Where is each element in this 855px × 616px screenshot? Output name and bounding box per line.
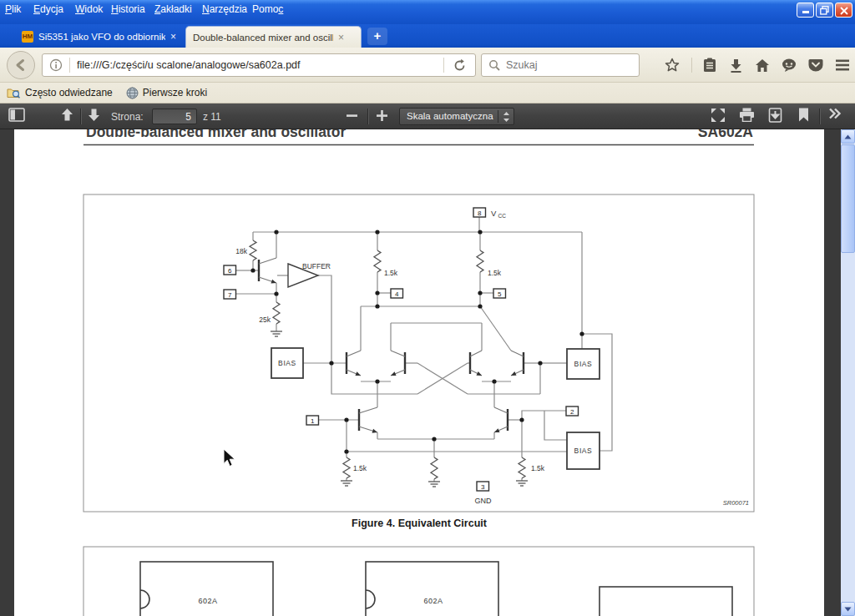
- fullscreen-icon: [711, 108, 726, 123]
- tab-strip: HM Si5351 jako VFO do odbiornik... × Dou…: [0, 24, 855, 48]
- menu-zakladki[interactable]: Zakładki: [154, 3, 192, 15]
- close-button[interactable]: [835, 3, 852, 18]
- print-button[interactable]: [739, 108, 755, 122]
- presentation-mode-button[interactable]: [711, 108, 726, 123]
- search-input[interactable]: [506, 59, 615, 71]
- page-number-input[interactable]: [152, 109, 197, 124]
- tab-sa602a-active[interactable]: Double-balanced mixer and oscillat... ×: [185, 26, 362, 48]
- svg-text:BIAS: BIAS: [574, 447, 593, 455]
- tab-close-icon[interactable]: ×: [170, 31, 176, 43]
- figure-watermark: SR00071: [723, 499, 749, 507]
- pdf-viewer-content[interactable]: Double-balanced mixer and oscillator SA6…: [0, 129, 855, 616]
- ic-label: 602A: [198, 597, 217, 605]
- info-icon[interactable]: [49, 58, 63, 72]
- pdf-page-canvas: Double-balanced mixer and oscillator SA6…: [0, 129, 855, 616]
- hello-chat-icon[interactable]: [782, 58, 797, 73]
- vertical-scrollbar[interactable]: [841, 129, 855, 616]
- scroll-down-button[interactable]: [841, 602, 855, 616]
- page-label: Strona:: [111, 111, 144, 123]
- svg-text:CC: CC: [498, 213, 507, 219]
- page-total: z 11: [203, 111, 221, 123]
- restore-icon: [820, 6, 829, 15]
- r15k-label: 1.5k: [531, 464, 545, 472]
- downloads-icon[interactable]: [728, 58, 743, 73]
- close-icon: [840, 7, 848, 15]
- menu-narzedzia[interactable]: Narzędzia: [202, 3, 247, 15]
- svg-text:1: 1: [311, 417, 315, 425]
- ribbon-icon: [798, 108, 809, 122]
- url-input[interactable]: [70, 59, 443, 71]
- url-divider: [443, 58, 444, 73]
- svg-text:2: 2: [570, 408, 574, 416]
- scroll-down-icon: [844, 607, 852, 612]
- svg-text:BIAS: BIAS: [574, 360, 593, 368]
- menu-hamburger-icon[interactable]: [835, 58, 850, 73]
- previous-page-button[interactable]: [60, 108, 74, 122]
- tab-favicon: HM: [22, 31, 33, 43]
- figure5-frame: [83, 547, 754, 616]
- titlebar: Plik Edycja Widok Historia Zakładki Narz…: [0, 0, 855, 24]
- select-arrows-icon: [503, 111, 510, 128]
- pocket-icon[interactable]: [808, 58, 823, 73]
- download-button[interactable]: [768, 108, 782, 123]
- minimize-button[interactable]: [797, 3, 814, 18]
- svg-text:4: 4: [395, 290, 399, 298]
- minimize-icon: [802, 11, 809, 13]
- svg-text:5: 5: [498, 290, 502, 298]
- scroll-up-icon: [844, 134, 852, 139]
- scroll-up-button[interactable]: [841, 129, 855, 144]
- r15k-label: 1.5k: [488, 269, 502, 277]
- bookmark-getting-started[interactable]: Pierwsze kroki: [126, 87, 207, 99]
- chevron-double-right-icon: [828, 108, 842, 119]
- ic-label: 602A: [423, 597, 443, 605]
- printer-icon: [739, 108, 755, 122]
- menu-edycja[interactable]: Edycja: [33, 3, 63, 15]
- download-icon: [768, 108, 782, 123]
- gnd-label: GND: [475, 497, 493, 505]
- zoom-in-button[interactable]: [376, 109, 388, 122]
- globe-icon: [126, 87, 139, 99]
- menu-widok[interactable]: Widok: [75, 3, 103, 15]
- doc-header-part: SA602A: [698, 129, 754, 140]
- menu-pomoc[interactable]: Pomoc: [252, 3, 283, 15]
- bookmarks-bar: Często odwiedzane Pierwsze kroki: [0, 83, 855, 104]
- zoom-out-button[interactable]: [346, 109, 358, 122]
- back-button[interactable]: [7, 51, 35, 79]
- menu-plik[interactable]: Plik: [5, 3, 21, 15]
- reading-list-icon[interactable]: [691, 58, 716, 73]
- folder-search-icon: [7, 87, 21, 98]
- browser-window: Plik Edycja Widok Historia Zakładki Narz…: [0, 0, 855, 616]
- doc-header-title: Double-balanced mixer and oscillator: [86, 129, 346, 140]
- r15k-label: 1.5k: [384, 269, 398, 277]
- figure4-caption: Figure 4. Equivalent Circuit: [352, 518, 488, 529]
- restore-button[interactable]: [816, 3, 833, 18]
- menu-historia[interactable]: Historia: [111, 3, 145, 15]
- toolbar-more-button[interactable]: [828, 108, 842, 119]
- search-bar[interactable]: [481, 53, 640, 77]
- tab-close-icon[interactable]: ×: [338, 32, 344, 43]
- home-icon[interactable]: [755, 58, 770, 73]
- arrow-up-icon: [60, 108, 74, 122]
- new-tab-button[interactable]: +: [367, 28, 387, 45]
- tab-si5351[interactable]: HM Si5351 jako VFO do odbiornik... ×: [17, 26, 182, 48]
- r18k-label: 18k: [235, 247, 247, 255]
- zoom-scale-select[interactable]: Skala automatyczna: [399, 108, 514, 125]
- r25k-label: 25k: [259, 316, 271, 324]
- url-bar[interactable]: [42, 53, 476, 77]
- toolbar-divider: [80, 109, 81, 124]
- bookmark-star-icon[interactable]: [665, 58, 680, 73]
- bookmark-most-visited[interactable]: Często odwiedzane: [7, 87, 113, 98]
- r15k-label: 1.5k: [353, 464, 367, 472]
- navigation-toolbar: [0, 48, 855, 83]
- pdf-toolbar: Strona: z 11 Skala automatyczna: [0, 104, 855, 129]
- scrollbar-thumb[interactable]: [841, 144, 855, 253]
- bookmark-view-button[interactable]: [798, 108, 809, 122]
- buffer-label: BUFFER: [302, 262, 331, 270]
- sidebar-toggle-button[interactable]: [8, 108, 25, 122]
- reload-icon[interactable]: [453, 58, 467, 73]
- toolbar-divider: [819, 109, 820, 124]
- svg-text:3: 3: [481, 483, 485, 491]
- svg-text:8: 8: [478, 210, 482, 217]
- arrow-down-icon: [87, 108, 101, 122]
- next-page-button[interactable]: [87, 108, 101, 122]
